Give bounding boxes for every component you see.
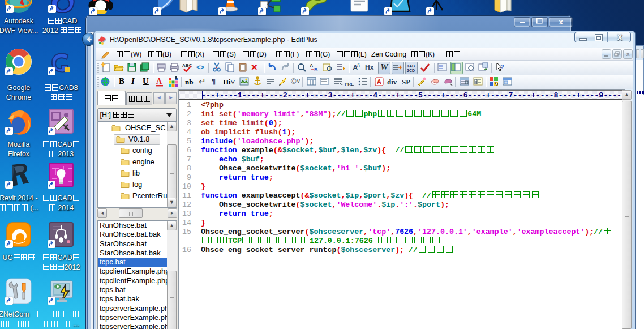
svg-text:Hx: Hx [365,63,374,71]
svg-text:B: B [314,67,318,72]
svg-text:A: A [156,77,162,86]
svg-text:?: ? [500,63,504,70]
svg-text:A: A [377,78,381,85]
svg-text:A: A [310,63,314,69]
svg-text:ã: ã [357,63,360,69]
svg-text:<>: <> [196,63,204,71]
